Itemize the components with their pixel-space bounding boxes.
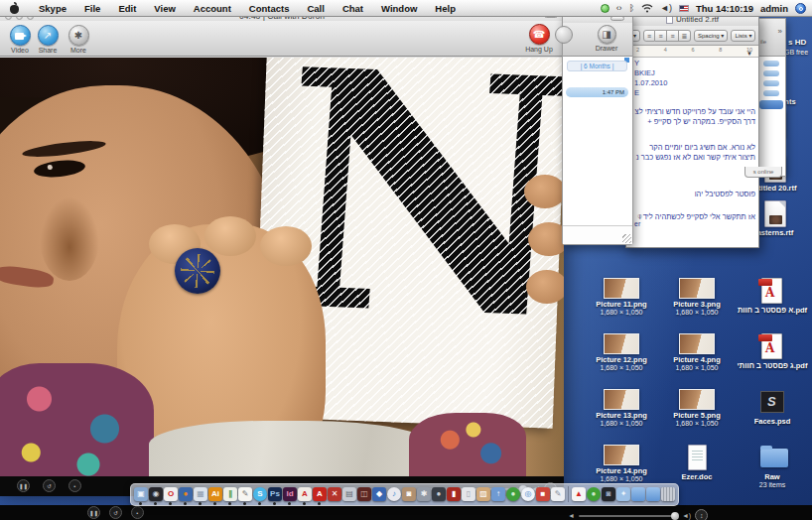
- contact-row[interactable]: [763, 70, 779, 76]
- dark-red-app[interactable]: ◫: [357, 486, 371, 504]
- align-center-button[interactable]: ≡: [655, 30, 667, 42]
- resize-grip[interactable]: [622, 234, 631, 243]
- volume-slider-2[interactable]: [579, 515, 678, 517]
- textedit-ruler[interactable]: 246810 ▼: [626, 46, 758, 58]
- feather-app[interactable]: ✎: [551, 486, 565, 504]
- menu-item[interactable]: Call: [298, 3, 333, 14]
- contact-row-selected[interactable]: [759, 100, 783, 109]
- menu-user[interactable]: admin: [760, 3, 788, 14]
- input-switcher-icon[interactable]: ‹›: [616, 0, 622, 17]
- pause-button-2[interactable]: ❚❚: [87, 506, 100, 519]
- mouse-app[interactable]: ▯: [462, 486, 475, 504]
- tab-stop-marker[interactable]: ▼: [746, 51, 752, 57]
- align-left-button[interactable]: ≡: [643, 30, 655, 42]
- limewire[interactable]: ●: [587, 486, 601, 504]
- textedit[interactable]: ✎: [238, 486, 252, 504]
- apple-menu-icon[interactable]: [9, 3, 20, 14]
- menu-item[interactable]: View: [145, 3, 184, 14]
- acrobat[interactable]: A: [298, 486, 312, 504]
- search-app[interactable]: ●: [432, 486, 446, 504]
- spotlight-icon[interactable]: [795, 3, 806, 14]
- menu-item[interactable]: Skype: [30, 3, 75, 14]
- menu-clock[interactable]: Thu 14:10:19: [696, 3, 753, 14]
- pdf-poster-a[interactable]: A S א פםסטר ב חוות.pdf: [735, 278, 810, 333]
- share-app[interactable]: ↑: [491, 486, 505, 504]
- menu-item[interactable]: Window: [372, 3, 426, 14]
- menu-item[interactable]: Chat: [334, 3, 372, 14]
- loop-button-2[interactable]: ↺: [109, 506, 122, 519]
- partial-toolbar-icon[interactable]: [555, 26, 573, 44]
- skype-status-icon[interactable]: [601, 4, 609, 13]
- contact-row[interactable]: [763, 61, 779, 66]
- blue-app[interactable]: ◆: [372, 486, 386, 504]
- warning-app[interactable]: ▲: [572, 486, 586, 504]
- share-button[interactable]: ↗ Share: [33, 25, 63, 54]
- firefox[interactable]: ●: [179, 486, 193, 504]
- red-doc-app[interactable]: ■: [536, 486, 550, 504]
- dock-separator[interactable]: [566, 486, 571, 504]
- draw-app[interactable]: ∥: [223, 486, 237, 504]
- menu-item[interactable]: File: [75, 3, 109, 14]
- video-button[interactable]: Video: [5, 25, 35, 54]
- hand-app[interactable]: ✦: [616, 486, 630, 504]
- menu-item[interactable]: Contacts: [240, 3, 299, 14]
- itunes[interactable]: ♪: [387, 486, 401, 504]
- dictionary[interactable]: ▮: [447, 486, 461, 504]
- opera[interactable]: O: [164, 486, 178, 504]
- folder-1[interactable]: [631, 486, 645, 504]
- indesign[interactable]: Id: [283, 486, 297, 504]
- more-button[interactable]: ✱ More: [64, 25, 93, 54]
- dark-app[interactable]: ◙: [602, 486, 615, 504]
- red-app[interactable]: ✕: [328, 486, 341, 504]
- camera-app[interactable]: ◙: [402, 486, 416, 504]
- contact-row[interactable]: [763, 80, 779, 86]
- illustrator[interactable]: Ai: [208, 486, 222, 504]
- menu-item[interactable]: Edit: [109, 3, 145, 14]
- picture-11[interactable]: A S Picture 11.png 1,680 × 1,050: [584, 278, 659, 333]
- wifi-icon[interactable]: [641, 3, 653, 13]
- chat-input-field[interactable]: [563, 225, 632, 244]
- finder[interactable]: ▣: [134, 486, 148, 504]
- hangup-button[interactable]: ☎ Hang Up: [524, 24, 554, 53]
- photos-app[interactable]: ▨: [476, 486, 490, 504]
- adobe-reader[interactable]: A: [313, 486, 327, 504]
- pdf-poster-g[interactable]: A S ג פםסטר ב חוותי.pdf: [735, 333, 810, 389]
- chat-history[interactable]: | 6 Months | 1:47 PM: [563, 57, 632, 225]
- hd-icon-label[interactable]: s HD: [788, 38, 806, 47]
- lists-dropdown[interactable]: Lists ▾: [731, 30, 755, 42]
- menu-item[interactable]: Account: [185, 3, 240, 14]
- volume-icon[interactable]: ◄): [660, 0, 672, 17]
- input-flag-icon[interactable]: [679, 5, 689, 12]
- spacing-dropdown[interactable]: Spacing ▾: [694, 30, 728, 42]
- green-orb-app[interactable]: ●: [506, 486, 520, 504]
- picture-4[interactable]: A S Picture 4.png 1,680 × 1,050: [659, 333, 735, 389]
- chat-message-bubble[interactable]: 1:47 PM: [566, 87, 628, 97]
- contact-row[interactable]: [763, 90, 779, 96]
- picture-13[interactable]: A S Picture 13.png 1,680 × 1,050: [584, 389, 659, 445]
- fullscreen-toggle-button-2[interactable]: ↕: [695, 509, 708, 520]
- textedit-content[interactable]: YBKIEJ1.07.2010E היי אני עובד על פרוייקט…: [626, 58, 758, 247]
- toolbar-overflow-chevron[interactable]: »: [778, 27, 782, 36]
- picture-12[interactable]: A S Picture 12.png 1,680 × 1,050: [584, 333, 659, 389]
- stop-button[interactable]: ▪: [68, 479, 81, 492]
- trash[interactable]: [661, 486, 675, 504]
- dashboard[interactable]: ◉: [149, 486, 163, 504]
- raw-folder[interactable]: A S Raw 23 items: [735, 445, 810, 500]
- faces-psd[interactable]: A S Faces.psd: [735, 389, 810, 445]
- gear-app[interactable]: ✱: [417, 486, 431, 504]
- picture-5[interactable]: A S Picture 5.png 1,680 × 1,050: [659, 389, 735, 445]
- menu-item[interactable]: Help: [426, 3, 465, 14]
- bluetooth-icon[interactable]: ᛒ: [629, 0, 634, 17]
- history-divider[interactable]: | 6 Months |: [567, 61, 627, 71]
- volume-knob-2[interactable]: [671, 512, 679, 520]
- loop-button[interactable]: ↺: [43, 479, 56, 492]
- stop-button-2[interactable]: ▪: [131, 506, 144, 519]
- pause-button[interactable]: ❚❚: [17, 479, 30, 492]
- preview[interactable]: ▦: [194, 486, 207, 504]
- picture-3[interactable]: A S Picture 3.png 1,680 × 1,050: [659, 278, 735, 333]
- align-right-button[interactable]: ≣: [679, 30, 691, 42]
- google-earth[interactable]: ◎: [521, 486, 535, 504]
- drawer-button[interactable]: ◨ Drawer: [589, 25, 624, 52]
- folder-2[interactable]: [646, 486, 660, 504]
- printer[interactable]: ▤: [342, 486, 356, 504]
